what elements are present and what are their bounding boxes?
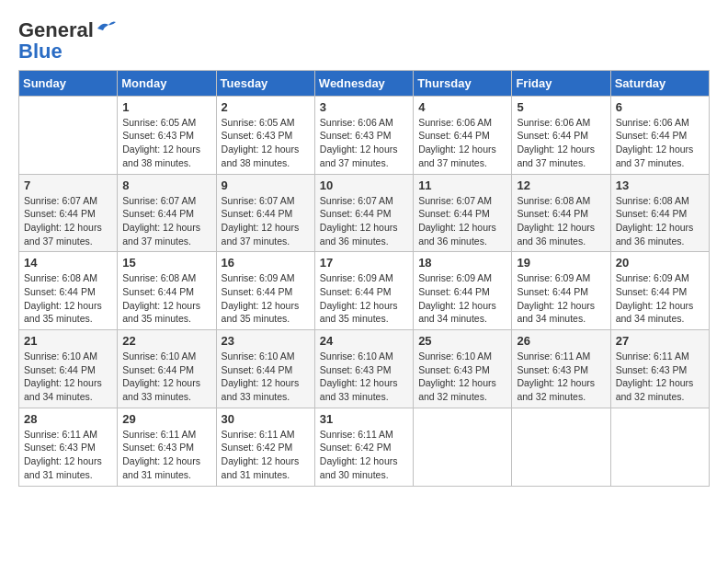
calendar-cell: 25Sunrise: 6:10 AMSunset: 6:43 PMDayligh… [414, 330, 512, 408]
day-number: 14 [24, 256, 112, 270]
day-header-thursday: Thursday [414, 70, 512, 96]
cell-info: Sunrise: 6:05 AMSunset: 6:43 PMDaylight:… [222, 116, 310, 170]
cell-info: Sunrise: 6:10 AMSunset: 6:44 PMDaylight:… [122, 350, 210, 404]
cell-info: Sunrise: 6:11 AMSunset: 6:42 PMDaylight:… [222, 428, 310, 482]
calendar-cell: 22Sunrise: 6:10 AMSunset: 6:44 PMDayligh… [118, 330, 216, 408]
day-number: 13 [616, 178, 704, 192]
page-header: General Blue [18, 18, 710, 61]
calendar-cell [414, 408, 512, 486]
calendar-week-4: 21Sunrise: 6:10 AMSunset: 6:44 PMDayligh… [19, 330, 710, 408]
day-number: 28 [24, 412, 112, 426]
cell-info: Sunrise: 6:06 AMSunset: 6:44 PMDaylight:… [616, 116, 704, 170]
calendar-cell: 2Sunrise: 6:05 AMSunset: 6:43 PMDaylight… [216, 96, 314, 174]
day-number: 16 [222, 256, 310, 270]
logo-blue-text: Blue [18, 42, 63, 61]
calendar-cell: 11Sunrise: 6:07 AMSunset: 6:44 PMDayligh… [414, 174, 512, 252]
cell-info: Sunrise: 6:11 AMSunset: 6:43 PMDaylight:… [616, 350, 704, 404]
cell-info: Sunrise: 6:07 AMSunset: 6:44 PMDaylight:… [320, 194, 408, 248]
cell-info: Sunrise: 6:09 AMSunset: 6:44 PMDaylight:… [517, 271, 605, 326]
calendar-cell [610, 408, 709, 486]
cell-info: Sunrise: 6:08 AMSunset: 6:44 PMDaylight:… [24, 271, 112, 326]
calendar-cell: 28Sunrise: 6:11 AMSunset: 6:43 PMDayligh… [19, 408, 118, 486]
day-number: 24 [320, 334, 408, 348]
calendar-cell: 16Sunrise: 6:09 AMSunset: 6:44 PMDayligh… [216, 252, 314, 330]
calendar-cell: 10Sunrise: 6:07 AMSunset: 6:44 PMDayligh… [314, 174, 413, 252]
day-number: 18 [418, 256, 506, 270]
cell-info: Sunrise: 6:10 AMSunset: 6:44 PMDaylight:… [222, 350, 310, 404]
calendar-cell: 5Sunrise: 6:06 AMSunset: 6:44 PMDaylight… [512, 96, 610, 174]
calendar-cell: 6Sunrise: 6:06 AMSunset: 6:44 PMDaylight… [610, 96, 709, 174]
calendar-cell [512, 408, 610, 486]
calendar-cell: 31Sunrise: 6:11 AMSunset: 6:42 PMDayligh… [314, 408, 413, 486]
calendar-cell: 9Sunrise: 6:07 AMSunset: 6:44 PMDaylight… [216, 174, 314, 252]
day-number: 20 [616, 256, 704, 270]
day-header-sunday: Sunday [19, 70, 118, 96]
calendar-cell: 17Sunrise: 6:09 AMSunset: 6:44 PMDayligh… [314, 252, 413, 330]
calendar-cell [19, 96, 118, 174]
day-number: 2 [222, 100, 310, 114]
day-number: 7 [24, 178, 112, 192]
cell-info: Sunrise: 6:05 AMSunset: 6:43 PMDaylight:… [122, 116, 210, 170]
day-header-friday: Friday [512, 70, 610, 96]
day-number: 25 [418, 334, 506, 348]
cell-info: Sunrise: 6:09 AMSunset: 6:44 PMDaylight:… [616, 271, 704, 326]
calendar-cell: 26Sunrise: 6:11 AMSunset: 6:43 PMDayligh… [512, 330, 610, 408]
day-number: 11 [418, 178, 506, 192]
cell-info: Sunrise: 6:09 AMSunset: 6:44 PMDaylight:… [418, 271, 506, 326]
cell-info: Sunrise: 6:08 AMSunset: 6:44 PMDaylight:… [517, 194, 605, 248]
calendar-week-2: 7Sunrise: 6:07 AMSunset: 6:44 PMDaylight… [19, 174, 710, 252]
cell-info: Sunrise: 6:10 AMSunset: 6:43 PMDaylight:… [320, 350, 408, 404]
day-number: 31 [320, 412, 408, 426]
cell-info: Sunrise: 6:06 AMSunset: 6:44 PMDaylight:… [517, 116, 605, 170]
cell-info: Sunrise: 6:11 AMSunset: 6:42 PMDaylight:… [320, 428, 408, 482]
cell-info: Sunrise: 6:06 AMSunset: 6:44 PMDaylight:… [418, 116, 506, 170]
day-header-wednesday: Wednesday [314, 70, 413, 96]
calendar-cell: 20Sunrise: 6:09 AMSunset: 6:44 PMDayligh… [610, 252, 709, 330]
calendar-cell: 14Sunrise: 6:08 AMSunset: 6:44 PMDayligh… [19, 252, 118, 330]
logo-bird-icon [96, 19, 116, 36]
day-number: 27 [616, 334, 704, 348]
calendar-cell: 3Sunrise: 6:06 AMSunset: 6:43 PMDaylight… [314, 96, 413, 174]
cell-info: Sunrise: 6:08 AMSunset: 6:44 PMDaylight:… [616, 194, 704, 248]
day-header-monday: Monday [118, 70, 216, 96]
calendar-week-1: 1Sunrise: 6:05 AMSunset: 6:43 PMDaylight… [19, 96, 710, 174]
cell-info: Sunrise: 6:07 AMSunset: 6:44 PMDaylight:… [24, 194, 112, 248]
day-number: 29 [122, 412, 210, 426]
cell-info: Sunrise: 6:07 AMSunset: 6:44 PMDaylight:… [222, 194, 310, 248]
day-header-tuesday: Tuesday [216, 70, 314, 96]
day-number: 5 [517, 100, 605, 114]
calendar-week-5: 28Sunrise: 6:11 AMSunset: 6:43 PMDayligh… [19, 408, 710, 486]
calendar-cell: 23Sunrise: 6:10 AMSunset: 6:44 PMDayligh… [216, 330, 314, 408]
cell-info: Sunrise: 6:07 AMSunset: 6:44 PMDaylight:… [418, 194, 506, 248]
day-number: 10 [320, 178, 408, 192]
calendar-cell: 1Sunrise: 6:05 AMSunset: 6:43 PMDaylight… [118, 96, 216, 174]
day-number: 17 [320, 256, 408, 270]
calendar-cell: 12Sunrise: 6:08 AMSunset: 6:44 PMDayligh… [512, 174, 610, 252]
cell-info: Sunrise: 6:11 AMSunset: 6:43 PMDaylight:… [122, 428, 210, 482]
cell-info: Sunrise: 6:10 AMSunset: 6:44 PMDaylight:… [24, 350, 112, 404]
day-number: 30 [222, 412, 310, 426]
day-number: 4 [418, 100, 506, 114]
calendar-cell: 19Sunrise: 6:09 AMSunset: 6:44 PMDayligh… [512, 252, 610, 330]
day-number: 12 [517, 178, 605, 192]
day-number: 15 [122, 256, 210, 270]
day-number: 6 [616, 100, 704, 114]
cell-info: Sunrise: 6:06 AMSunset: 6:43 PMDaylight:… [320, 116, 408, 170]
calendar-cell: 7Sunrise: 6:07 AMSunset: 6:44 PMDaylight… [19, 174, 118, 252]
day-header-saturday: Saturday [610, 70, 709, 96]
calendar-cell: 13Sunrise: 6:08 AMSunset: 6:44 PMDayligh… [610, 174, 709, 252]
calendar-cell: 15Sunrise: 6:08 AMSunset: 6:44 PMDayligh… [118, 252, 216, 330]
day-number: 21 [24, 334, 112, 348]
calendar-cell: 24Sunrise: 6:10 AMSunset: 6:43 PMDayligh… [314, 330, 413, 408]
calendar-cell: 4Sunrise: 6:06 AMSunset: 6:44 PMDaylight… [414, 96, 512, 174]
day-number: 19 [517, 256, 605, 270]
calendar-week-3: 14Sunrise: 6:08 AMSunset: 6:44 PMDayligh… [19, 252, 710, 330]
day-number: 1 [122, 100, 210, 114]
calendar-cell: 21Sunrise: 6:10 AMSunset: 6:44 PMDayligh… [19, 330, 118, 408]
calendar-cell: 8Sunrise: 6:07 AMSunset: 6:44 PMDaylight… [118, 174, 216, 252]
cell-info: Sunrise: 6:09 AMSunset: 6:44 PMDaylight:… [222, 271, 310, 326]
calendar-header-row: SundayMondayTuesdayWednesdayThursdayFrid… [19, 70, 710, 96]
calendar-cell: 30Sunrise: 6:11 AMSunset: 6:42 PMDayligh… [216, 408, 314, 486]
logo: General Blue [18, 18, 116, 61]
cell-info: Sunrise: 6:08 AMSunset: 6:44 PMDaylight:… [122, 271, 210, 326]
